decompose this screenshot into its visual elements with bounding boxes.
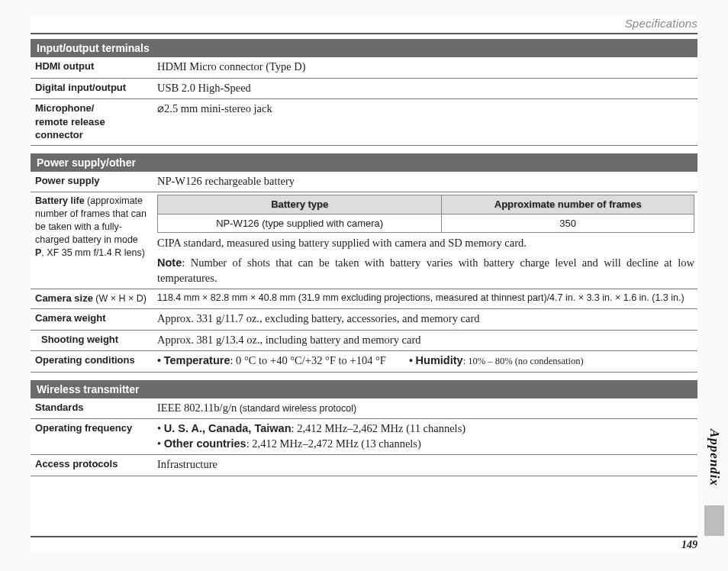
page-number: 149 <box>31 539 697 551</box>
label-mic-line1: Microphone/ <box>35 102 94 114</box>
value-mic: ⌀2.5 mm mini-stereo jack <box>154 102 697 142</box>
value-shooting-weight: Approx. 381 g/13.4 oz., including batter… <box>154 333 697 348</box>
battery-table-c1: NP-W126 (type supplied with camera) <box>158 214 442 233</box>
value-hdmi: HDMI Micro connector (Type D) <box>154 60 697 75</box>
row-battery-life: Battery life (approximate number of fram… <box>31 192 697 289</box>
value-battery-life: Battery type Approximate number of frame… <box>154 195 697 286</box>
battery-table: Battery type Approximate number of frame… <box>157 195 694 233</box>
label-shooting-weight: Shooting weight <box>31 333 154 348</box>
label-operating-frequency: Operating frequency <box>31 421 154 451</box>
label-battery-life: Battery life (approximate number of fram… <box>31 195 154 286</box>
label-mic: Microphone/ remote release connector <box>31 102 154 142</box>
value-access-protocols: Infrastructure <box>154 457 697 473</box>
label-camera-size-sub: (W × H × D) <box>93 293 147 304</box>
row-mic: Microphone/ remote release connector ⌀2.… <box>31 99 697 146</box>
value-power-supply: NP-W126 rechargeable battery <box>154 174 697 189</box>
row-digital-io: Digital input/output USB 2.0 High-Speed <box>31 79 697 100</box>
section-bar-io: Input/output terminals <box>31 39 697 57</box>
value-operating-conditions: Temperature: 0 °C to +40 °C/+32 °F to +1… <box>154 353 697 369</box>
label-battery-life-main: Battery life <box>35 195 85 206</box>
op-temp-value: : 0 °C to +40 °C/+32 °F to +104 °F <box>230 354 385 366</box>
freq-value-2: : 2,412 MHz–2,472 MHz (13 channels) <box>246 437 421 450</box>
value-operating-frequency: • U. S. A., Canada, Taiwan: 2,412 MHz–2,… <box>154 421 697 451</box>
section-bar-power: Power supply/other <box>31 153 697 172</box>
label-camera-size-main: Camera size <box>35 292 93 304</box>
standards-main: IEEE 802.11b/g/n <box>157 402 237 414</box>
value-camera-weight: Approx. 331 g/11.7 oz., excluding batter… <box>154 311 697 327</box>
row-standards: Standards IEEE 802.11b/g/n (standard wir… <box>31 398 697 420</box>
side-tab-label: Appendix <box>707 429 722 486</box>
label-mic-line2: remote release connector <box>35 116 105 141</box>
row-shooting-weight: Shooting weight Approx. 381 g/13.4 oz., … <box>31 331 697 352</box>
label-hdmi: HDMI output <box>31 60 154 75</box>
row-access-protocols: Access protocols Infrastructure <box>31 455 697 476</box>
battery-table-c2: 350 <box>442 214 694 233</box>
row-camera-weight: Camera weight Approx. 331 g/11.7 oz., ex… <box>31 309 697 331</box>
value-camera-size: 118.4 mm × 82.8 mm × 40.8 mm (31.9 mm ex… <box>154 292 697 305</box>
freq-region-2: Other countries <box>164 437 246 450</box>
standards-sub: (standard wireless protocol) <box>237 403 356 414</box>
side-tab: Appendix <box>702 429 726 536</box>
label-access-protocols: Access protocols <box>31 457 154 473</box>
op-humidity-value: : 10% – 80% (no condensation) <box>463 356 584 366</box>
battery-cipa-text: CIPA standard, measured using battery su… <box>157 236 694 251</box>
side-tab-block <box>704 505 724 536</box>
label-operating-conditions: Operating conditions <box>31 353 154 369</box>
battery-note-label: Note <box>157 256 182 269</box>
op-temp-label: Temperature <box>164 354 230 366</box>
battery-table-h2: Approximate number of frames <box>442 195 694 215</box>
battery-table-h1: Battery type <box>158 195 442 215</box>
value-digital-io: USB 2.0 High-Speed <box>154 81 697 96</box>
row-operating-frequency: Operating frequency • U. S. A., Canada, … <box>31 419 697 455</box>
op-humidity-label: Humidity <box>416 354 463 366</box>
row-hdmi: HDMI output HDMI Micro connector (Type D… <box>31 57 697 79</box>
value-standards: IEEE 802.11b/g/n (standard wireless prot… <box>154 401 697 416</box>
label-digital-io: Digital input/output <box>31 81 154 96</box>
page: Specifications Input/output terminals HD… <box>31 17 697 551</box>
row-operating-conditions: Operating conditions Temperature: 0 °C t… <box>31 351 697 373</box>
footer-rule <box>31 536 697 537</box>
label-camera-size: Camera size (W × H × D) <box>31 292 154 305</box>
row-power-supply: Power supply NP-W126 rechargeable batter… <box>31 172 697 193</box>
row-camera-size: Camera size (W × H × D) 118.4 mm × 82.8 … <box>31 289 697 309</box>
header-title: Specifications <box>31 17 697 30</box>
freq-region-1: U. S. A., Canada, Taiwan <box>164 422 292 434</box>
section-bar-wireless: Wireless transmitter <box>31 380 697 398</box>
header-rule <box>31 33 697 34</box>
label-battery-life-tail: , XF 35 mm f/1.4 R lens) <box>41 247 144 258</box>
battery-note-body: : Number of shots that can be taken with… <box>157 256 694 284</box>
label-camera-weight: Camera weight <box>31 311 154 327</box>
freq-value-1: : 2,412 MHz–2,462 MHz (11 channels) <box>292 422 466 434</box>
label-power-supply: Power supply <box>31 174 154 189</box>
label-standards: Standards <box>31 401 154 416</box>
